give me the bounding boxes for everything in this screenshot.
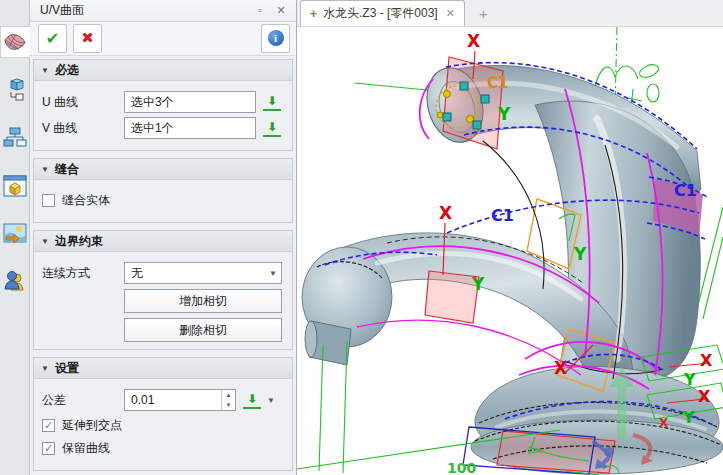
info-button[interactable]: i — [261, 24, 290, 53]
continuity-dropdown[interactable]: 无 ▼ — [124, 262, 282, 284]
section-required-header[interactable]: ▼ 必选 — [34, 60, 292, 81]
uv-surface-glyph — [3, 31, 27, 53]
view-window-glyph — [3, 174, 27, 198]
ok-button[interactable]: ✔ — [38, 24, 67, 53]
user-icon[interactable] — [1, 266, 29, 298]
dialog-restore-button[interactable]: ▫ — [251, 2, 269, 18]
hierarchy-glyph — [3, 127, 27, 149]
continuity-label: 连续方式 — [42, 265, 124, 282]
continuity-value: 无 — [131, 265, 269, 282]
section-required-label: 必选 — [55, 62, 79, 79]
section-boundary: ▼ 边界约束 连续方式 无 ▼ 增加相切 删除相切 — [33, 230, 293, 350]
render-image-glyph — [3, 223, 27, 245]
collapse-icon: ▼ — [41, 364, 49, 373]
spin-down-icon[interactable]: ▼ — [222, 400, 235, 410]
part-icon: + — [310, 7, 317, 21]
v-curve-pick-icon[interactable]: ⬇ — [263, 119, 281, 137]
view-window-icon[interactable] — [1, 170, 29, 202]
tolerance-label: 公差 — [42, 392, 124, 409]
tolerance-pick-icon[interactable]: ⬇ — [243, 391, 261, 409]
dialog-title: U/V曲面 — [40, 2, 248, 19]
u-curve-pick-icon[interactable]: ⬇ — [263, 93, 281, 111]
collapse-icon: ▼ — [41, 237, 49, 246]
solid-structure-icon[interactable] — [1, 74, 29, 106]
dialog-titlebar: U/V曲面 ▫ ✕ — [30, 0, 296, 22]
v-curve-input[interactable]: 选中1个 — [124, 117, 256, 139]
tolerance-value: 0.01 — [125, 390, 221, 410]
collapse-icon: ▼ — [41, 66, 49, 75]
tab-close-icon[interactable]: ✕ — [446, 7, 455, 20]
tab-active-document[interactable]: + 水龙头.Z3 - [零件003] ✕ — [300, 0, 465, 26]
uv-surface-dialog: U/V曲面 ▫ ✕ ✔ ✖ i ▼ 必选 U 曲线 选中3个 ⬇ V 曲线 — [30, 0, 297, 475]
section-boundary-header[interactable]: ▼ 边界约束 — [34, 231, 292, 252]
spinner-arrows[interactable]: ▲ ▼ — [221, 390, 235, 410]
u-curve-label: U 曲线 — [42, 94, 124, 111]
tolerance-options-caret[interactable]: ▼ — [267, 396, 275, 405]
keep-curves-checkbox[interactable]: ✓ — [42, 442, 55, 455]
dialog-close-button[interactable]: ✕ — [272, 2, 290, 18]
section-boundary-label: 边界约束 — [55, 233, 103, 250]
section-required: ▼ 必选 U 曲线 选中3个 ⬇ V 曲线 选中1个 ⬇ — [33, 59, 293, 151]
section-sew-label: 缝合 — [55, 161, 79, 178]
extend-to-intersection-checkbox[interactable]: ✓ — [42, 419, 55, 432]
user-glyph — [4, 270, 26, 294]
cancel-button[interactable]: ✖ — [73, 24, 102, 53]
section-settings-label: 设置 — [55, 360, 79, 377]
app-window: U/V曲面 ▫ ✕ ✔ ✖ i ▼ 必选 U 曲线 选中3个 ⬇ V 曲线 — [0, 0, 723, 475]
extend-to-intersection-label: 延伸到交点 — [62, 417, 122, 434]
faucet-scene — [297, 27, 723, 475]
dialog-toolbar: ✔ ✖ i — [30, 22, 296, 56]
sew-solid-checkbox[interactable] — [42, 194, 55, 207]
section-sew-header[interactable]: ▼ 缝合 — [34, 159, 292, 180]
hierarchy-icon[interactable] — [1, 122, 29, 154]
remove-tangent-button[interactable]: 删除相切 — [124, 318, 282, 342]
add-tangent-button[interactable]: 增加相切 — [124, 289, 282, 313]
sew-solid-label: 缝合实体 — [62, 192, 110, 209]
viewport-column: + 水龙头.Z3 - [零件003] ✕ + — [297, 0, 723, 475]
left-toolbar — [0, 0, 30, 475]
datum-plane-spout — [425, 271, 479, 323]
tab-label: 水龙头.Z3 - [零件003] — [323, 5, 438, 22]
section-sew: ▼ 缝合 缝合实体 — [33, 158, 293, 223]
faucet-model — [302, 61, 723, 474]
keep-curves-label: 保留曲线 — [62, 440, 110, 457]
solid-structure-glyph — [4, 78, 26, 102]
u-curve-input[interactable]: 选中3个 — [124, 91, 256, 113]
info-icon: i — [268, 30, 284, 46]
tolerance-stepper[interactable]: 0.01 ▲ ▼ — [124, 389, 236, 411]
section-settings: ▼ 设置 公差 0.01 ▲ ▼ ⬇ ▼ ✓ — [33, 357, 293, 471]
spin-up-icon[interactable]: ▲ — [222, 390, 235, 400]
new-tab-button[interactable]: + — [479, 5, 488, 22]
uv-surface-icon[interactable] — [0, 26, 30, 58]
v-curve-label: V 曲线 — [42, 120, 124, 137]
collapse-icon: ▼ — [41, 165, 49, 174]
3d-viewport[interactable]: XC1YXC1C1YYXXYXYX100 — [297, 27, 723, 475]
chevron-down-icon: ▼ — [269, 269, 277, 278]
render-image-icon[interactable] — [1, 218, 29, 250]
document-tabbar: + 水龙头.Z3 - [零件003] ✕ + — [297, 0, 723, 27]
section-settings-header[interactable]: ▼ 设置 — [34, 358, 292, 379]
